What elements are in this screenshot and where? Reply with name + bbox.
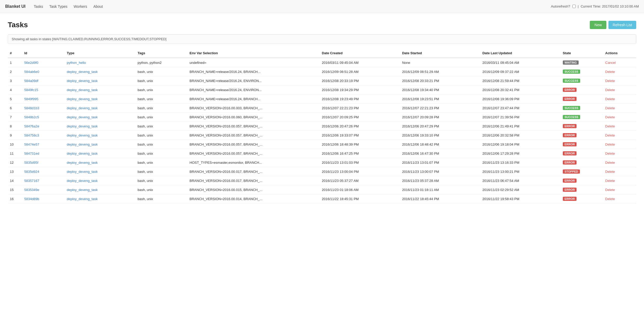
task-type-link[interactable]: deploy_deveng_task [67, 161, 98, 165]
action-link[interactable]: Delete [605, 161, 615, 165]
state-badge: ERROR [563, 151, 577, 155]
task-type-link[interactable]: deploy_deveng_task [67, 142, 98, 146]
task-id-link[interactable]: 5848b2c5 [24, 115, 39, 119]
action-link[interactable]: Delete [605, 97, 615, 101]
action-link[interactable]: Delete [605, 115, 615, 119]
cell-tags: bash, unix [135, 167, 187, 176]
cell-id: 584731ed [22, 149, 65, 158]
task-id-link[interactable]: 56e2d9f0 [24, 61, 38, 65]
action-link[interactable]: Delete [605, 133, 615, 137]
action-link[interactable]: Delete [605, 70, 615, 74]
main-content: Tasks New Refresh List Showing all tasks… [0, 13, 644, 209]
task-id-link[interactable]: 584731ed [24, 152, 39, 155]
table-row: 12 5835d95f deploy_deveng_task bash, uni… [8, 158, 636, 167]
action-link[interactable]: Delete [605, 197, 615, 201]
action-link[interactable]: Delete [605, 88, 615, 92]
cell-created: 2016/12/06 18:48:39 PM [320, 140, 400, 149]
task-id-link[interactable]: 58357167 [24, 179, 39, 183]
action-link[interactable]: Delete [605, 124, 615, 128]
nav-tasks[interactable]: Tasks [33, 3, 44, 10]
action-link[interactable]: Delete [605, 79, 615, 83]
cell-started: 2016/12/08 19:34:40 PM [400, 85, 480, 94]
cell-id: 5834d89b [22, 194, 65, 203]
table-row: 14 58357167 deploy_deveng_task bash, uni… [8, 176, 636, 185]
task-type-link[interactable]: python_hello [67, 61, 86, 65]
cell-type: deploy_deveng_task [65, 131, 135, 140]
task-id-link[interactable]: 5849fc15 [24, 88, 38, 92]
cell-started: 2016/11/23 13:00:07 PM [400, 167, 480, 176]
cell-actions: Cancel [603, 58, 636, 67]
task-id-link[interactable]: 5835349e [24, 188, 39, 192]
task-type-link[interactable]: deploy_deveng_task [67, 115, 98, 119]
nav-workers[interactable]: Workers [73, 3, 88, 10]
task-id-link[interactable]: 5848d1b3 [24, 106, 39, 110]
task-id-link[interactable]: 584ab6e0 [24, 70, 39, 74]
task-id-link[interactable]: 5835d924 [24, 170, 39, 174]
cell-state: STOPPED [561, 167, 603, 176]
state-badge: ERROR [563, 142, 577, 146]
table-row: 16 5834d89b deploy_deveng_task bash, uni… [8, 194, 636, 203]
cell-state: SUCCESS [561, 104, 603, 113]
cell-created: 2016/12/09 08:51:28 AM [320, 67, 400, 76]
cell-num: 3 [8, 76, 22, 85]
task-id-link[interactable]: 5849f995 [24, 97, 38, 101]
action-link[interactable]: Delete [605, 188, 615, 192]
cell-created: 2016/12/08 19:34:29 PM [320, 85, 400, 94]
refresh-list-button[interactable]: Refresh List [608, 21, 636, 29]
task-id-link[interactable]: 5834d89b [24, 197, 39, 201]
table-row: 5 5849f995 deploy_deveng_task bash, unix… [8, 94, 636, 104]
state-badge: STOPPED [563, 169, 580, 174]
task-type-link[interactable]: deploy_deveng_task [67, 170, 98, 174]
cell-created: 2016/03/11 09:45:04 AM [320, 58, 400, 67]
autorefresh-label: Autorefresh? [551, 4, 570, 8]
cell-type: deploy_deveng_task [65, 85, 135, 94]
cell-updated: 2016/12/06 17:29:28 PM [480, 149, 560, 158]
cell-started: 2016/12/07 20:09:28 PM [400, 113, 480, 122]
task-type-link[interactable]: deploy_deveng_task [67, 97, 98, 101]
action-link[interactable]: Delete [605, 142, 615, 146]
task-type-link[interactable]: deploy_deveng_task [67, 124, 98, 128]
cell-state: ERROR [561, 158, 603, 167]
filter-info: Showing all tasks in states [WAITING,CLA… [8, 34, 636, 44]
task-id-link[interactable]: 58476a2e [24, 124, 39, 128]
cell-created: 2016/11/23 05:37:27 AM [320, 176, 400, 185]
task-type-link[interactable]: deploy_deveng_task [67, 188, 98, 192]
new-button[interactable]: New [590, 21, 606, 29]
cell-updated: 2016/12/08 19:36:09 PM [480, 94, 560, 104]
cell-type: deploy_deveng_task [65, 76, 135, 85]
cell-id: 56e2d9f0 [22, 58, 65, 67]
col-header-actions: Actions [603, 49, 636, 58]
col-header-started: Date Started [400, 49, 480, 58]
cell-env: BRANCH_VERSION=2016.00.057, BRANCH_... [188, 122, 320, 131]
cell-state: ERROR [561, 94, 603, 104]
task-type-link[interactable]: deploy_deveng_task [67, 197, 98, 201]
task-type-link[interactable]: deploy_deveng_task [67, 133, 98, 137]
nav-about[interactable]: About [93, 3, 104, 10]
task-type-link[interactable]: deploy_deveng_task [67, 88, 98, 92]
task-type-link[interactable]: deploy_deveng_task [67, 79, 98, 83]
cell-started: 2016/12/09 08:51:29 AM [400, 67, 480, 76]
brand-logo: Blanket UI [5, 4, 25, 9]
action-link[interactable]: Cancel [605, 61, 616, 65]
action-link[interactable]: Delete [605, 106, 615, 110]
cell-state: SUCCESS [561, 113, 603, 122]
cell-actions: Delete [603, 167, 636, 176]
task-id-link[interactable]: 5835d95f [24, 161, 38, 165]
task-id-link[interactable]: 584758c3 [24, 133, 39, 137]
autorefresh-checkbox[interactable] [572, 5, 576, 8]
nav-task-types[interactable]: Task Types [49, 3, 68, 10]
action-link[interactable]: Delete [605, 179, 615, 183]
task-type-link[interactable]: deploy_deveng_task [67, 152, 98, 155]
action-link[interactable]: Delete [605, 152, 615, 155]
task-type-link[interactable]: deploy_deveng_task [67, 106, 98, 110]
cell-started: 2016/12/07 22:21:23 PM [400, 104, 480, 113]
task-id-link[interactable]: 584a09df [24, 79, 38, 83]
cell-created: 2016/12/06 20:47:26 PM [320, 122, 400, 131]
state-badge: SUCCESS [563, 115, 580, 119]
cell-type: deploy_deveng_task [65, 176, 135, 185]
task-type-link[interactable]: deploy_deveng_task [67, 179, 98, 183]
task-type-link[interactable]: deploy_deveng_task [67, 70, 98, 74]
action-link[interactable]: Delete [605, 170, 615, 174]
table-row: 4 5849fc15 deploy_deveng_task bash, unix… [8, 85, 636, 94]
task-id-link[interactable]: 58474e57 [24, 142, 39, 146]
